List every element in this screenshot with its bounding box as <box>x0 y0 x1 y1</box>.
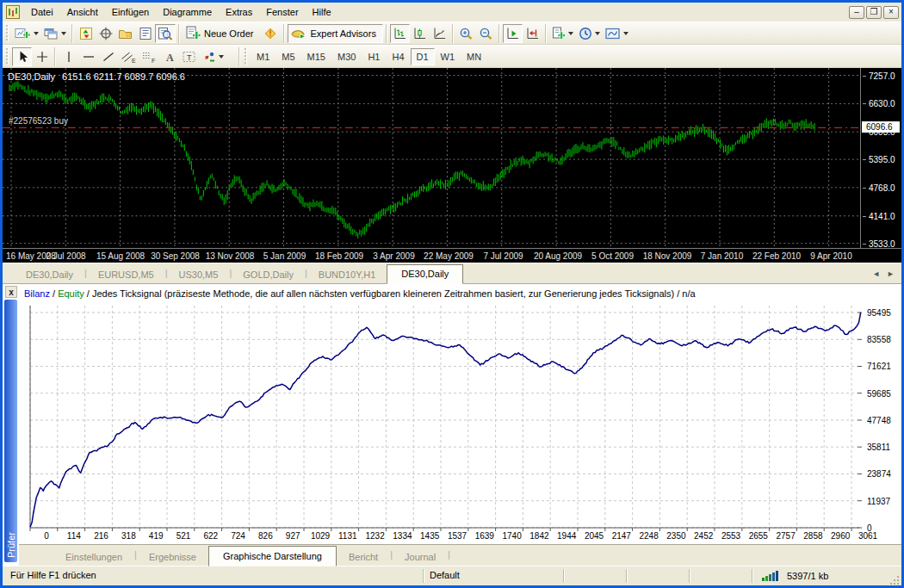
toolbar-grip[interactable] <box>6 48 9 65</box>
menu-ansicht[interactable]: Ansicht <box>60 4 105 20</box>
chart-tab-us30m5[interactable]: US30,M5 <box>168 266 230 283</box>
timeframe-mn[interactable]: MN <box>461 48 487 65</box>
toolbar-separator <box>386 24 387 43</box>
date-tick-label: 30 Sep 2008 <box>151 251 200 261</box>
price-chart-plot[interactable]: DE30,Daily6151.6 6211.7 6089.7 6096.6 #2… <box>3 68 860 248</box>
auto-scroll-button[interactable] <box>503 24 523 43</box>
chart-tab-de30daily[interactable]: DE30,Daily <box>387 264 463 284</box>
new-chart-button[interactable] <box>12 24 41 43</box>
trendline-button[interactable] <box>98 47 118 66</box>
zoom-out-button[interactable] <box>476 24 496 43</box>
equity-trade-tick-label: 1435 <box>420 531 439 541</box>
templates-button[interactable] <box>603 24 631 43</box>
toolbar-grip[interactable] <box>6 25 9 42</box>
minimize-button[interactable]: – <box>849 6 864 19</box>
toolbar-grip[interactable] <box>245 48 247 65</box>
timeframe-w1[interactable]: W1 <box>435 48 461 65</box>
timeframe-d1[interactable]: D1 <box>411 48 435 65</box>
close-button[interactable]: × <box>883 6 899 19</box>
svg-text:E: E <box>132 58 136 64</box>
horizontal-line-button[interactable] <box>78 47 98 66</box>
equity-trade-axis: 0114216318419521622724826927102911311232… <box>19 530 901 544</box>
chart-tab-eurusdm5[interactable]: EURUSD,M5 <box>87 266 165 283</box>
legend-na: n/a <box>682 288 695 299</box>
timeframe-h4[interactable]: H4 <box>386 48 410 65</box>
chart-profiles-button[interactable] <box>41 24 69 43</box>
tab-scroll-buttons: ◄ ► <box>872 269 895 278</box>
chart-tab-de30daily[interactable]: DE30,Daily <box>15 266 84 283</box>
tester-close-button[interactable]: x <box>5 286 17 298</box>
resize-grip[interactable] <box>889 575 900 585</box>
tester-tab-bericht[interactable]: Bericht <box>337 548 390 566</box>
equity-chart-canvas <box>26 302 864 531</box>
periods-button[interactable] <box>576 24 603 43</box>
open-order-label: #22576523 buy <box>9 116 68 126</box>
status-empty-cell <box>627 568 689 584</box>
chart-tab-bund10yh1[interactable]: BUND10Y,H1 <box>307 266 387 283</box>
menu-diagramme[interactable]: Diagramme <box>156 4 219 20</box>
price-tick-label: 3533.0 <box>863 239 895 249</box>
status-profile[interactable]: Default <box>424 568 563 584</box>
chart-tab-golddaily[interactable]: GOLD,Daily <box>232 266 305 283</box>
menu-einfgen[interactable]: Einfügen <box>105 4 156 20</box>
tester-tab-einstellungen[interactable]: Einstellungen <box>53 548 134 566</box>
tester-panel-title[interactable]: Prüfer <box>4 300 17 562</box>
expert-advisors-button[interactable]: Expert Advisors <box>288 24 382 43</box>
menu-fenster[interactable]: Fenster <box>259 4 305 20</box>
date-tick-label: 7 Jan 2010 <box>701 251 744 261</box>
equity-trade-tick-label: 2757 <box>776 531 795 541</box>
cursor-button[interactable] <box>12 47 32 66</box>
navigator-button[interactable] <box>115 24 135 43</box>
market-watch-button[interactable] <box>76 24 96 43</box>
vertical-line-button[interactable] <box>59 47 78 66</box>
timeframe-m30[interactable]: M30 <box>331 48 362 65</box>
bar-chart-button[interactable] <box>390 24 410 43</box>
legend-separator: / <box>50 288 58 299</box>
menu-hilfe[interactable]: Hilfe <box>306 4 338 20</box>
equity-value-tick-label: 47748 <box>867 416 891 425</box>
equidistant-channel-button[interactable]: E <box>118 47 139 66</box>
text-button[interactable]: A <box>159 47 179 66</box>
strategy-tester-button[interactable] <box>155 24 176 43</box>
window-controls: – ❐ × <box>849 6 900 19</box>
zoom-in-button[interactable] <box>456 24 476 43</box>
metaeditor-button[interactable] <box>260 24 281 43</box>
time-axis[interactable]: 16 May 20082 Jul 200815 Aug 200830 Sep 2… <box>3 248 901 263</box>
new-order-button[interactable]: Neue Order <box>183 24 260 43</box>
tab-scroll-left-icon[interactable]: ◄ <box>872 269 880 278</box>
status-empty-cell <box>690 568 752 584</box>
indicators-button[interactable] <box>549 24 576 43</box>
arrows-button[interactable] <box>200 47 226 66</box>
tester-tab-ergebnisse[interactable]: Ergebnisse <box>137 548 208 566</box>
arrows-caret-icon <box>219 55 224 59</box>
timeframe-m1[interactable]: M1 <box>251 48 276 65</box>
equity-value-tick-label: 23874 <box>867 469 891 479</box>
data-window-button[interactable] <box>96 24 115 43</box>
date-tick-label: 5 Jan 2009 <box>263 251 306 261</box>
price-axis[interactable]: 6096.6 7257.06630.06003.05395.04768.0414… <box>860 68 901 248</box>
legend-separator: / <box>84 288 92 299</box>
equity-value-tick-label: 95495 <box>867 308 891 318</box>
chart-shift-button[interactable] <box>523 24 542 43</box>
fibonacci-button[interactable]: F <box>139 47 159 66</box>
timeframe-m15[interactable]: M15 <box>301 48 331 65</box>
timeframe-h1[interactable]: H1 <box>362 48 386 65</box>
restore-button[interactable]: ❐ <box>866 6 882 19</box>
menu-extras[interactable]: Extras <box>219 4 259 20</box>
tester-legend: Bilanz / Equity / Jedes Ticksignal (präz… <box>19 284 901 302</box>
equity-trade-tick-label: 1740 <box>502 531 521 541</box>
equity-trade-tick-label: 2960 <box>831 531 850 541</box>
equity-chart-plot[interactable]: 9549583558716215968547748358112387411937… <box>19 302 901 530</box>
tester-tab-journal[interactable]: Journal <box>393 548 448 566</box>
equity-trade-tick-label: 419 <box>149 531 164 541</box>
text-label-button[interactable]: T <box>179 47 200 66</box>
terminal-button[interactable] <box>135 24 155 43</box>
crosshair-button[interactable] <box>32 47 52 66</box>
templates-caret-icon <box>623 32 628 35</box>
tab-scroll-right-icon[interactable]: ► <box>887 269 895 278</box>
tester-tab-graphischedarstellung[interactable]: Graphische Darstellung <box>208 546 337 566</box>
timeframe-m5[interactable]: M5 <box>276 48 300 65</box>
menu-datei[interactable]: Datei <box>24 4 60 20</box>
line-chart-button[interactable] <box>430 24 449 43</box>
candlestick-chart-button[interactable] <box>410 24 430 43</box>
